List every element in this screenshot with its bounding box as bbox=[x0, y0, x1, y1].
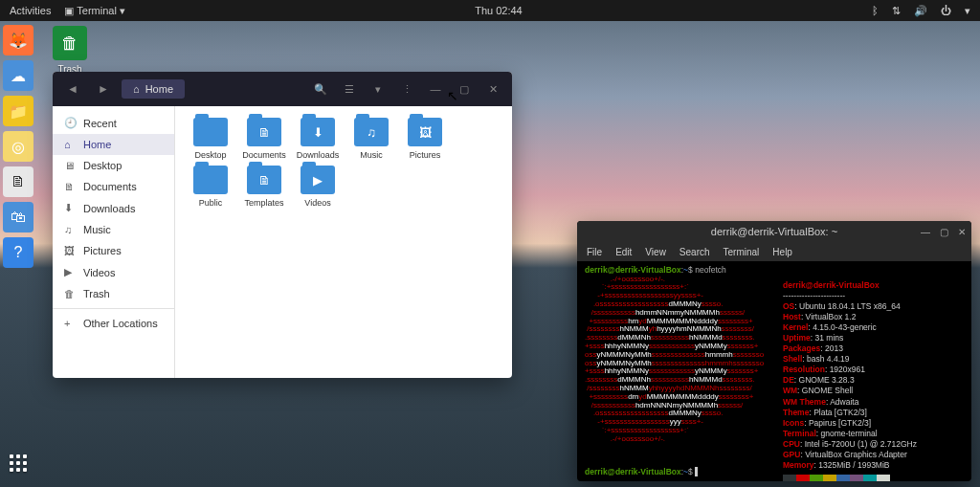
sidebar-icon: 🖼 bbox=[64, 245, 76, 256]
system-menu-chevron-icon[interactable]: ▾ bbox=[965, 5, 970, 17]
path-bar[interactable]: ⌂Home bbox=[122, 79, 185, 99]
show-applications-button[interactable] bbox=[10, 454, 31, 476]
folder-label: Music bbox=[347, 150, 395, 160]
search-button[interactable]: 🔍 bbox=[309, 77, 332, 100]
term-color-blocks bbox=[783, 475, 917, 481]
sidebar-icon: ▶ bbox=[64, 266, 76, 278]
sidebar-label: Home bbox=[83, 139, 111, 150]
desktop-trash[interactable]: 🗑 Trash bbox=[53, 26, 87, 75]
sidebar-item-videos[interactable]: ▶Videos bbox=[53, 261, 174, 283]
term-menu-help[interactable]: Help bbox=[772, 247, 792, 257]
close-button[interactable]: ✕ bbox=[481, 77, 504, 100]
folder-icon: ♫ bbox=[354, 118, 389, 146]
sidebar-label: Videos bbox=[83, 267, 115, 278]
clock[interactable]: Thu 02:44 bbox=[125, 5, 872, 16]
folder-label: Desktop bbox=[187, 150, 234, 160]
dock-firefox[interactable]: 🦊 bbox=[3, 25, 33, 55]
sidebar-icon: ♫ bbox=[64, 224, 76, 235]
bluetooth-icon[interactable]: ᛒ bbox=[872, 5, 879, 16]
sidebar-label: Documents bbox=[83, 181, 137, 192]
term-maximize-button[interactable]: ▢ bbox=[940, 227, 948, 237]
sidebar-label: Music bbox=[83, 224, 111, 235]
sidebar-item-downloads[interactable]: ⬇Downloads bbox=[53, 197, 174, 219]
hamburger-menu-button[interactable]: ⋮ bbox=[395, 77, 418, 100]
term-menu-search[interactable]: Search bbox=[679, 247, 710, 257]
folder-icon bbox=[193, 118, 228, 146]
sidebar-item-pictures[interactable]: 🖼Pictures bbox=[53, 240, 174, 261]
term-close-button[interactable]: ✕ bbox=[958, 227, 966, 237]
dock-help[interactable]: ? bbox=[3, 237, 33, 268]
sidebar-icon: 🕘 bbox=[64, 117, 76, 129]
sidebar-icon: + bbox=[64, 318, 76, 329]
folder-label: Public bbox=[187, 198, 234, 208]
term-menu-edit[interactable]: Edit bbox=[615, 247, 632, 257]
folder-desktop[interactable]: Desktop bbox=[187, 118, 234, 160]
folder-icon: 🖼 bbox=[408, 118, 442, 146]
folder-music[interactable]: ♫Music bbox=[347, 118, 395, 160]
sidebar-item-home[interactable]: ⌂Home bbox=[53, 134, 174, 155]
sidebar-icon: 🗑 bbox=[64, 288, 76, 299]
sidebar-item-recent[interactable]: 🕘Recent bbox=[53, 112, 174, 134]
minimize-button[interactable]: — bbox=[424, 77, 447, 100]
power-icon[interactable]: ⏻ bbox=[941, 5, 951, 16]
folder-label: Pictures bbox=[401, 150, 449, 160]
folder-documents[interactable]: 🗎Documents bbox=[240, 118, 288, 160]
folder-label: Templates bbox=[240, 198, 288, 208]
nav-forward-button[interactable]: ► bbox=[91, 77, 116, 101]
term-menu-view[interactable]: View bbox=[645, 247, 666, 257]
folder-label: Documents bbox=[240, 150, 288, 160]
folder-icon: 🗎 bbox=[247, 118, 281, 146]
dock-software[interactable]: 🛍 bbox=[3, 202, 33, 232]
sidebar-item-desktop[interactable]: 🖥Desktop bbox=[53, 155, 174, 176]
sidebar-label: Recent bbox=[83, 118, 117, 129]
sidebar-label: Desktop bbox=[83, 160, 122, 171]
nav-back-button[interactable]: ◄ bbox=[60, 77, 85, 101]
term-menu-terminal[interactable]: Terminal bbox=[724, 247, 760, 257]
sidebar-item-documents[interactable]: 🗎Documents bbox=[53, 176, 174, 197]
terminal-window: derrik@derrik-VirtualBox: ~ — ▢ ✕ FileEd… bbox=[577, 221, 971, 481]
folder-public[interactable]: Public bbox=[187, 166, 234, 208]
sidebar-icon: 🖥 bbox=[64, 160, 76, 171]
network-icon[interactable]: ⇅ bbox=[892, 5, 901, 17]
dock-weather[interactable]: ☁ bbox=[3, 60, 33, 91]
dock-rhythmbox[interactable]: ◎ bbox=[3, 131, 33, 162]
gnome-top-bar: Activities ▣ Terminal ▾ Thu 02:44 ᛒ ⇅ 🔊 … bbox=[0, 0, 980, 21]
files-content[interactable]: Desktop🗎Documents⬇Downloads♫Music🖼Pictur… bbox=[175, 106, 512, 378]
folder-icon bbox=[193, 166, 228, 194]
folder-label: Downloads bbox=[294, 150, 342, 160]
sidebar-item-trash[interactable]: 🗑Trash bbox=[53, 283, 174, 304]
dock-files[interactable]: 📁 bbox=[3, 96, 33, 126]
folder-videos[interactable]: ▶Videos bbox=[294, 166, 342, 208]
sidebar-label: Other Locations bbox=[83, 318, 158, 329]
activities-button[interactable]: Activities bbox=[10, 5, 51, 16]
files-sidebar: 🕘Recent⌂Home🖥Desktop🗎Documents⬇Downloads… bbox=[53, 106, 175, 378]
term-minimize-button[interactable]: — bbox=[921, 227, 930, 237]
folder-downloads[interactable]: ⬇Downloads bbox=[294, 118, 342, 160]
maximize-button[interactable]: ▢ bbox=[453, 77, 476, 100]
sidebar-icon: ⌂ bbox=[64, 139, 76, 150]
terminal-menubar: FileEditViewSearchTerminalHelp bbox=[577, 242, 971, 261]
neofetch-info: derrik@derrik-VirtualBox ---------------… bbox=[783, 280, 917, 481]
folder-pictures[interactable]: 🖼Pictures bbox=[401, 118, 449, 160]
sidebar-icon: ⬇ bbox=[64, 202, 76, 214]
terminal-titlebar: derrik@derrik-VirtualBox: ~ — ▢ ✕ bbox=[577, 221, 971, 242]
folder-label: Videos bbox=[294, 198, 342, 208]
sidebar-item-other-locations[interactable]: +Other Locations bbox=[53, 313, 174, 334]
sidebar-label: Downloads bbox=[83, 203, 135, 214]
files-window: ◄ ► ⌂Home 🔍 ☰ ▾ ⋮ — ▢ ✕ 🕘Recent⌂Home🖥Des… bbox=[53, 72, 512, 378]
view-options-button[interactable]: ▾ bbox=[367, 77, 390, 100]
folder-templates[interactable]: 🗎Templates bbox=[240, 166, 288, 208]
sidebar-label: Pictures bbox=[83, 245, 122, 256]
volume-icon[interactable]: 🔊 bbox=[914, 5, 927, 17]
folder-icon: ▶ bbox=[301, 166, 335, 194]
sidebar-icon: 🗎 bbox=[64, 181, 76, 192]
sidebar-item-music[interactable]: ♫Music bbox=[53, 219, 174, 240]
terminal-content[interactable]: derrik@derrik-VirtualBox:~$ neofetch .-/… bbox=[577, 261, 971, 481]
term-menu-file[interactable]: File bbox=[587, 247, 602, 257]
app-menu[interactable]: ▣ Terminal ▾ bbox=[64, 5, 124, 17]
folder-icon: ⬇ bbox=[301, 118, 335, 146]
home-icon: ⌂ bbox=[133, 83, 140, 95]
dock-libreoffice[interactable]: 🗎 bbox=[3, 166, 33, 197]
sidebar-label: Trash bbox=[83, 288, 110, 299]
view-list-button[interactable]: ☰ bbox=[338, 77, 361, 100]
